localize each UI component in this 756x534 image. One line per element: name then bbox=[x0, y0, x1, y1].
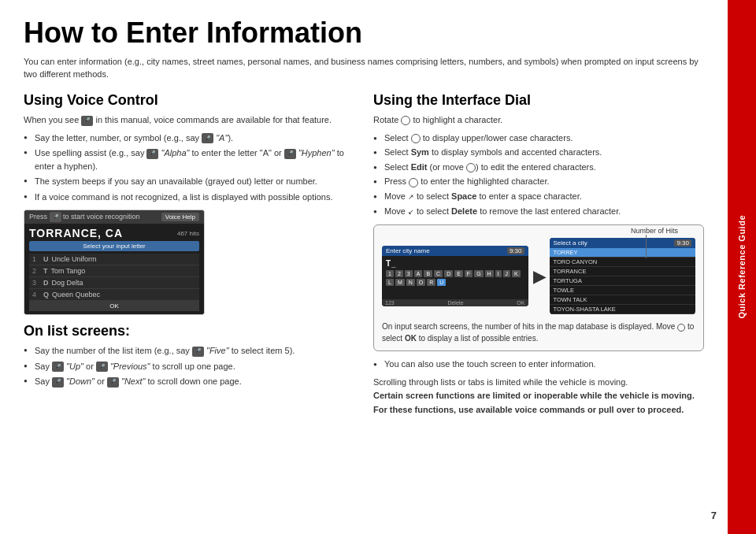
footer-123: 123 bbox=[385, 300, 395, 306]
touch-screen-bullet: You can also use the touch screen to ent… bbox=[373, 358, 704, 371]
two-col-layout: Using Voice Control When you see 🎤 in th… bbox=[24, 92, 704, 417]
city-toro-canyon: TORO CANYON bbox=[550, 258, 696, 267]
screen1-title: Enter city name bbox=[386, 247, 430, 254]
list-row-2: 2 T Tom Tango bbox=[29, 265, 199, 277]
city-torrance: TORRANCE bbox=[550, 267, 696, 276]
screen2-title: Select a city bbox=[554, 239, 587, 247]
move-icon-edit bbox=[466, 163, 476, 172]
screenshot-header-text: Press 🎤 to start voice recognition bbox=[29, 212, 140, 222]
key-o: O bbox=[417, 279, 425, 286]
key-c: C bbox=[434, 270, 443, 277]
key-l: L bbox=[386, 279, 394, 286]
key-u: U bbox=[437, 279, 446, 286]
page-title: How to Enter Information bbox=[24, 17, 704, 49]
key-f: F bbox=[465, 270, 472, 277]
right-column: Using the Interface Dial Rotate to highl… bbox=[373, 92, 704, 417]
dial-screenshot: Number of Hits Enter city name 9:30 T_ bbox=[373, 224, 704, 351]
voice-help-btn[interactable]: Voice Help bbox=[161, 213, 199, 221]
dial-bullets: Select to display upper/lower case chara… bbox=[373, 132, 704, 219]
num-hits-line bbox=[646, 235, 647, 258]
left-column: Using Voice Control When you see 🎤 in th… bbox=[24, 92, 354, 417]
dial-bullet-1: Select to display upper/lower case chara… bbox=[373, 132, 704, 146]
footer-ok: OK bbox=[517, 300, 524, 306]
bullet-4: If a voice command is not recognized, a … bbox=[24, 191, 354, 204]
key-j: J bbox=[503, 270, 511, 277]
list-screens-bullets: Say the number of the list item (e.g., s… bbox=[24, 344, 354, 388]
press-dial-icon bbox=[409, 178, 418, 187]
list-bullet-3: Say 🎤 "Down" or 🎤 "Next" to scroll down … bbox=[24, 375, 354, 388]
key-h: H bbox=[485, 270, 494, 277]
select-city-screen: Select a city 9:30 TORREY TORO CANYON TO… bbox=[550, 238, 696, 314]
key-i: I bbox=[495, 270, 502, 277]
city-torrey: TORREY bbox=[550, 248, 696, 258]
scrolling-notice: Scrolling through lists or tabs is limit… bbox=[373, 376, 704, 417]
select-input-bar: Select your input letter bbox=[29, 241, 199, 251]
dial-caption: On input search screens, the number of h… bbox=[382, 321, 695, 344]
key-g: G bbox=[474, 270, 483, 277]
num-hits-label: Number of Hits bbox=[631, 227, 678, 235]
select-icon-1 bbox=[411, 134, 421, 143]
key-2: 2 bbox=[395, 270, 403, 277]
main-content: How to Enter Information You can enter i… bbox=[0, 0, 728, 534]
dial-bullet-4: Press to enter the highlighted character… bbox=[373, 175, 704, 189]
dial-bullet-6: Move ↙ to select Delete to remove the la… bbox=[373, 205, 704, 219]
screenshot-screen: TORRANCE, CA 467 hits Select your input … bbox=[24, 224, 204, 314]
key-d: D bbox=[444, 270, 453, 277]
screenshot-header: Press 🎤 to start voice recognition Voice… bbox=[24, 210, 204, 224]
list-row-4: 4 Q Queen Quebec bbox=[29, 289, 199, 301]
voice-screenshot: Press 🎤 to start voice recognition Voice… bbox=[24, 210, 205, 315]
page-container: How to Enter Information You can enter i… bbox=[0, 0, 756, 534]
voice-control-title: Using Voice Control bbox=[24, 92, 354, 109]
voice-control-bullets: Say the letter, number, or symbol (e.g.,… bbox=[24, 132, 354, 204]
arrow-right: ▶ bbox=[533, 267, 545, 286]
bullet-2: Use spelling assist (e.g., say 🎤 "Alpha"… bbox=[24, 146, 354, 172]
page-number: 7 bbox=[711, 510, 717, 521]
key-m: M bbox=[395, 279, 405, 286]
key-r: R bbox=[427, 279, 435, 286]
city-town-talk: TOWN TALK bbox=[550, 295, 696, 305]
mini-screen-footer: 123 Delete OK bbox=[382, 299, 528, 306]
kbd-hyphen: 🎤 bbox=[284, 149, 296, 159]
key-n: N bbox=[406, 279, 415, 286]
mini-input-line: T_ bbox=[386, 259, 524, 268]
kbd-five: 🎤 bbox=[192, 347, 204, 357]
city-tortuga: TORTUGA bbox=[550, 276, 696, 286]
footer-delete: Delete bbox=[447, 300, 463, 306]
enter-city-screen: Enter city name 9:30 T_ 1 2 3 A bbox=[382, 246, 528, 306]
kbd-up: 🎤 bbox=[52, 362, 64, 372]
interface-dial-title: Using the Interface Dial bbox=[373, 92, 704, 109]
city-towle: TOWLE bbox=[550, 286, 696, 295]
list-bullet-2: Say 🎤 "Up" or 🎤 "Previous" to scroll up … bbox=[24, 360, 354, 373]
screens-row: Enter city name 9:30 T_ 1 2 3 A bbox=[382, 238, 695, 314]
screen1-time: 9:30 bbox=[507, 247, 524, 254]
voice-control-intro: When you see 🎤 in this manual, voice com… bbox=[24, 113, 354, 127]
kbd-alpha: 🎤 bbox=[146, 149, 158, 159]
voice-icon-1: 🎤 bbox=[81, 116, 93, 126]
screen-top: TORRANCE, CA 467 hits bbox=[29, 227, 199, 239]
mini-screen-body-1: T_ 1 2 3 A B C D E F bbox=[382, 256, 528, 299]
dial-bullet-5: Move ↗ to select Space to enter a space … bbox=[373, 190, 704, 204]
list-rows: 1 U Uncle Uniform 2 T Tom Tango 3 bbox=[29, 254, 199, 301]
city-list: TORREY TORO CANYON TORRANCE TORTUGA TOWL… bbox=[550, 248, 696, 314]
screen2-time: 9:30 bbox=[674, 239, 691, 247]
bullet-1: Say the letter, number, or symbol (e.g.,… bbox=[24, 132, 354, 145]
dial-bullet-3: Select Edit (or move ) to edit the enter… bbox=[373, 161, 704, 175]
screen-ok-bar: OK bbox=[29, 301, 199, 311]
kbd-next: 🎤 bbox=[107, 377, 119, 388]
key-3: 3 bbox=[405, 270, 413, 277]
mini-keyboard: 1 2 3 A B C D E F G bbox=[386, 270, 524, 286]
city-toyon: TOYON-SHASTA LAKE bbox=[550, 305, 696, 314]
key-1: 1 bbox=[386, 270, 394, 277]
mini-screen-header-1: Enter city name 9:30 bbox=[382, 246, 528, 256]
mini-list-header: Select a city 9:30 bbox=[550, 238, 696, 248]
key-b: B bbox=[424, 270, 432, 277]
torrance-text: TORRANCE, CA bbox=[29, 227, 123, 239]
list-row-1: 1 U Uncle Uniform bbox=[29, 254, 199, 265]
list-bullet-1: Say the number of the list item (e.g., s… bbox=[24, 344, 354, 358]
kbd-say: 🎤 bbox=[202, 133, 213, 143]
key-e: E bbox=[454, 270, 463, 277]
key-k: K bbox=[512, 270, 521, 277]
hits-text: 467 hits bbox=[177, 230, 199, 237]
caption-move-icon bbox=[677, 324, 685, 332]
dial-bullet-2: Select Sym to display symbols and accent… bbox=[373, 146, 704, 160]
